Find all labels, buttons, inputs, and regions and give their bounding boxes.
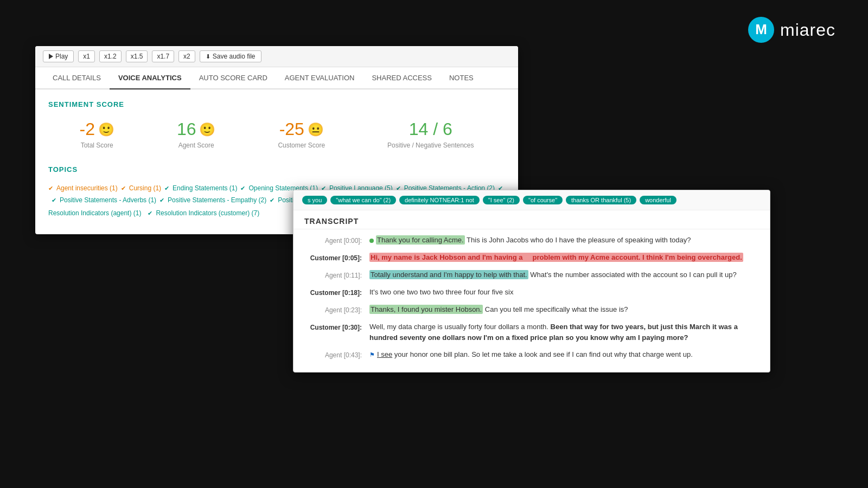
customer-score-item: -25 😐 Customer Score [278, 119, 325, 149]
speed-x1-button[interactable]: x1 [78, 50, 95, 62]
transcript-body: Agent [0:00]: Thank you for calling Acme… [293, 229, 770, 372]
logo-text: miarec [780, 20, 835, 40]
miarec-logo-icon: M [748, 16, 775, 43]
highlight-red-2: Hi, my name is Jack Hobson and I'm havin… [369, 253, 743, 262]
transcript-line-5: Agent [0:23]: Thanks, I found you mister… [304, 304, 759, 315]
topic-ending-statements[interactable]: Ending Statements (1) [173, 184, 237, 192]
utterance-3: Totally understand and I'm happy to help… [369, 269, 759, 280]
highlight-1: Thank you for calling Acme. [376, 235, 465, 245]
speed-x12-button[interactable]: x1.2 [99, 50, 122, 62]
speed-x15-button[interactable]: x1.5 [126, 50, 148, 62]
utterance-7: ⚑I see your honor one bill plan. So let … [369, 349, 759, 360]
speaker-agent-0-43: Agent [0:43]: [304, 349, 369, 360]
logo-area: M miarec [748, 16, 835, 43]
speaker-agent-0-11: Agent [0:11]: [304, 269, 369, 280]
green-marker-1 [369, 239, 374, 243]
scores-row: -2 🙂 Total Score 16 🙂 Agent Score -25 [48, 119, 505, 149]
agent-score-label: Agent Score [177, 142, 216, 149]
customer-score-emoji: 😐 [308, 122, 324, 137]
audio-controls-bar: Play x1 x1.2 x1.5 x1.7 x2 ⬇ Save audio f… [35, 46, 518, 67]
check-icon-ending: ✔ [164, 185, 169, 192]
utterance-4: It's two one two two two three four four… [369, 287, 759, 298]
play-button[interactable]: Play [43, 50, 74, 62]
check-icon-opening: ✔ [240, 185, 245, 192]
pos-neg-item: 14 / 6 Positive / Negative Sentences [387, 119, 474, 149]
tab-call-details[interactable]: CALL DETAILS [44, 67, 110, 89]
speaker-agent-0-23: Agent [0:23]: [304, 304, 369, 315]
transcript-line-6: Customer [0:30]: Well, my data charge is… [304, 322, 759, 343]
speaker-customer-0-05: Customer [0:05]: [304, 252, 369, 263]
check-icon-pos-empathy: ✔ [159, 197, 164, 204]
svg-text:M: M [755, 21, 767, 37]
tag-chip-what-we-can-do[interactable]: "what we can do" (2) [330, 196, 396, 204]
topic-agent-insecurities[interactable]: Agent insecurities (1) [56, 184, 118, 192]
tag-chip-definitely[interactable]: definitely NOTNEAR:1 not [399, 196, 480, 204]
tags-row: s you "what we can do" (2) definitely NO… [293, 190, 770, 210]
tab-shared-access[interactable]: SHARED ACCESS [363, 67, 441, 89]
save-audio-button[interactable]: ⬇ Save audio file [200, 50, 261, 62]
transcript-line-3: Agent [0:11]: Totally understand and I'm… [304, 269, 759, 280]
check-icon-res-customer: ✔ [148, 210, 152, 217]
customer-score-value: -25 😐 [278, 119, 325, 139]
check-icon-pos-reassurance: ✔ [270, 197, 275, 204]
i-see-highlight: I see [377, 350, 392, 358]
speaker-customer-0-30: Customer [0:30]: [304, 322, 369, 343]
check-icon-pos-adverbs: ✔ [52, 197, 56, 204]
tab-voice-analytics[interactable]: VOICE ANALYTICS [110, 67, 190, 89]
sentiment-section: SENTIMENT SCORE -2 🙂 Total Score 16 🙂 Ag… [48, 100, 505, 149]
utterance-5: Thanks, I found you mister Hobson. Can y… [369, 304, 759, 315]
utterance-2: Hi, my name is Jack Hobson and I'm havin… [369, 252, 759, 263]
tag-chip-s-you[interactable]: s you [302, 196, 327, 204]
highlight-teal-3: Totally understand and I'm happy to help… [369, 270, 528, 279]
total-score-label: Total Score [79, 142, 114, 149]
topic-positive-empathy[interactable]: Positive Statements - Empathy (2) [168, 196, 266, 204]
speed-x2-button[interactable]: x2 [178, 50, 195, 62]
transcript-panel: s you "what we can do" (2) definitely NO… [293, 190, 770, 373]
save-label: Save audio file [213, 53, 256, 60]
agent-score-item: 16 🙂 Agent Score [177, 119, 216, 149]
speaker-customer-0-18: Customer [0:18]: [304, 287, 369, 298]
pos-neg-label: Positive / Negative Sentences [387, 142, 474, 149]
topic-cursing[interactable]: Cursing (1) [129, 184, 161, 192]
total-score-emoji: 🙂 [98, 122, 114, 137]
utterance-1: Thank you for calling Acme. This is John… [369, 235, 759, 246]
tab-notes[interactable]: NOTES [441, 67, 482, 89]
sentiment-title: SENTIMENT SCORE [48, 100, 505, 108]
topic-resolution-agent[interactable]: Resolution Indicators (agent) (1) [48, 209, 141, 217]
highlight-green-5: Thanks, I found you mister Hobson. [369, 305, 483, 314]
customer-score-label: Customer Score [278, 142, 325, 149]
tag-chip-wonderful[interactable]: wonderful [640, 196, 676, 204]
speaker-agent-0-00: Agent [0:00]: [304, 235, 369, 246]
total-score-item: -2 🙂 Total Score [79, 119, 114, 149]
agent-score-emoji: 🙂 [199, 122, 215, 137]
transcript-line-4: Customer [0:18]: It's two one two two tw… [304, 287, 759, 298]
total-score-value: -2 🙂 [79, 119, 114, 139]
tag-chip-of-course[interactable]: "of course" [523, 196, 563, 204]
tab-agent-evaluation[interactable]: AGENT EVALUATION [276, 67, 363, 89]
tag-chip-i-see[interactable]: "I see" (2) [483, 196, 520, 204]
transcript-line-7: Agent [0:43]: ⚑I see your honor one bill… [304, 349, 759, 360]
utterance-6: Well, my data charge is usually forty fo… [369, 322, 759, 343]
transcript-line-2: Customer [0:05]: Hi, my name is Jack Hob… [304, 252, 759, 263]
save-icon: ⬇ [206, 53, 210, 60]
check-icon-cursing: ✔ [121, 185, 126, 192]
topics-title: TOPICS [48, 165, 505, 174]
agent-score-value: 16 🙂 [177, 119, 216, 139]
play-icon [49, 54, 53, 59]
transcript-line-1: Agent [0:00]: Thank you for calling Acme… [304, 235, 759, 246]
tab-auto-score-card[interactable]: AUTO SCORE CARD [190, 67, 276, 89]
tabs-row: CALL DETAILS VOICE ANALYTICS AUTO SCORE … [35, 67, 518, 89]
topic-positive-adverbs[interactable]: Positive Statements - Adverbs (1) [60, 196, 156, 204]
check-icon-insecurities: ✔ [48, 185, 53, 192]
pos-neg-value: 14 / 6 [387, 119, 474, 139]
play-label: Play [55, 53, 68, 60]
transcript-header: TRANSCRIPT [293, 210, 770, 229]
speed-x17-button[interactable]: x1.7 [152, 50, 174, 62]
tag-chip-thanks[interactable]: thanks OR thankful (5) [566, 196, 636, 204]
flag-icon: ⚑ [369, 351, 375, 358]
topic-resolution-customer[interactable]: Resolution Indicators (customer) (7) [156, 209, 259, 217]
